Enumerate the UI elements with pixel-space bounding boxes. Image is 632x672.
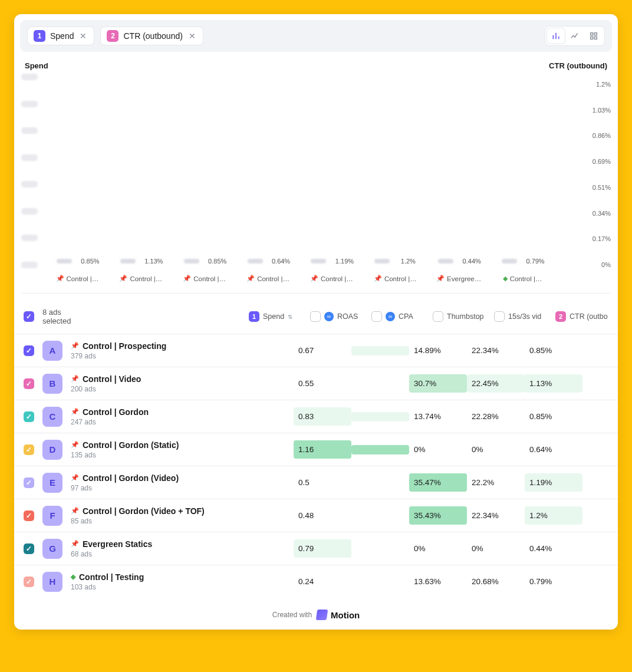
table-row[interactable]: A 📌 Control | Prospecting 379 ads 0.67 1… [14,334,618,367]
bar-value-label: 0.85% [81,258,99,265]
cell-value: 0.64% [525,440,582,459]
column-label: ROAS [337,312,358,321]
cell-value: 22.28% [467,407,525,426]
cell-value: 1.13% [525,374,582,393]
cell-blurred [236,445,294,454]
row-checkbox[interactable] [24,345,34,356]
pin-icon: 📌 [119,275,127,282]
bar-value-label: 1.2% [401,258,416,265]
view-line-button[interactable] [566,28,584,44]
cell-value: 22.45% [467,374,525,393]
cell-value: 0.85% [525,341,582,360]
svg-rect-0 [591,33,593,35]
table-row[interactable]: C 📌 Control | Gordon 247 ads 0.83 13.74%… [14,400,618,433]
table-row[interactable]: B 📌 Control | Video 200 ads 0.55 30.7% 2… [14,367,618,400]
row-subtext: 68 ads [71,550,236,558]
column-header-cpa[interactable]: ∞CPA [371,311,424,322]
view-grid-button[interactable] [585,28,603,44]
row-name: Control | Gordon (Static) [83,440,179,450]
cell-value: 0.83 [294,407,351,426]
column-label: CPA [399,312,413,321]
row-subtext: 247 ads [71,418,236,426]
cell-value: 35.43% [409,506,467,525]
row-checkbox[interactable] [24,411,34,422]
left-axis-title: Spend [25,61,48,70]
x-axis-label: 📌Control |… [173,275,236,282]
table-row[interactable]: G 📌 Evergreen Statics 68 ads 0.79 0% 0% … [14,532,618,565]
close-icon[interactable]: ✕ [187,31,197,41]
right-axis-tick: 1.03% [592,107,611,114]
cell-value: 22.34% [467,341,525,360]
cell-value: 0% [409,440,467,459]
row-letter: G [42,539,62,559]
column-toggle-checkbox[interactable] [310,311,321,322]
chart-plot: 0.85%1.13%0.85%0.64%1.19%1.2%0.44%0.79% … [45,74,582,280]
cell-blurred [236,577,294,587]
pin-icon: 📌 [56,275,64,282]
row-checkbox[interactable] [24,510,34,521]
column-label: Spend [263,312,284,321]
column-badge: 2 [555,311,566,322]
pin-icon: 📌 [71,375,79,383]
row-checkbox[interactable] [24,378,34,389]
row-checkbox[interactable] [24,577,34,587]
cell-value: 0.24 [294,572,351,591]
pin-icon: ◆ [503,275,508,282]
selected-count: 8 ads selected [42,308,81,325]
close-icon[interactable]: ✕ [78,31,88,41]
right-axis-tick: 1.2% [596,81,611,88]
cell-blurred [236,379,294,388]
row-subtext: 135 ads [71,451,236,459]
chip-label: Spend [50,31,74,41]
right-axis-tick: 0.51% [592,184,611,191]
right-axis-tick: 0% [601,261,611,268]
metric-chip[interactable]: 2 CTR (outbound) ✕ [100,27,203,45]
column-toggle-checkbox[interactable] [371,311,382,322]
row-name: Control | Gordon [83,407,149,417]
row-checkbox[interactable] [24,444,34,455]
column-header-roas[interactable]: ∞ROAS [310,311,363,322]
metric-chip[interactable]: 1 Spend ✕ [27,27,94,45]
cell-value: 0.55 [294,374,351,393]
right-axis-tick: 0.69% [592,158,611,165]
cell-blurred [351,478,409,487]
x-axis-label: 📌Control |… [45,275,109,282]
column-toggle-checkbox[interactable] [494,311,505,322]
chip-badge: 2 [107,30,119,42]
row-name-col: 📌 Control | Gordon 247 ads [71,407,236,426]
column-header-spend[interactable]: 1Spend⇅ [249,311,302,322]
svg-rect-1 [594,33,597,35]
right-axis-tick: 0.34% [592,210,611,217]
row-subtext: 200 ads [71,385,236,393]
cell-value: 20.68% [467,572,525,591]
column-header-ctr[interactable]: 2CTR (outbo [555,311,608,322]
row-name-col: ◆ Control | Testing 103 ads [71,572,236,591]
cell-value: 13.63% [409,572,467,591]
column-header-vids[interactable]: 15s/3s vid [494,311,547,322]
bar-value-label: 1.19% [335,258,354,265]
sort-icon[interactable]: ⇅ [288,314,292,320]
pin-icon: 📌 [71,507,79,515]
pin-icon: 📌 [71,342,79,350]
right-axis-tick: 0.86% [592,132,611,139]
select-all-checkbox[interactable] [24,311,34,322]
row-subtext: 379 ads [71,352,236,360]
cell-blurred [351,346,409,355]
table-row[interactable]: F 📌 Control | Gordon (Video + TOF) 85 ad… [14,499,618,532]
column-toggle-checkbox[interactable] [433,311,443,322]
column-label: 15s/3s vid [508,312,541,321]
view-switch [545,26,605,46]
table-row[interactable]: E 📌 Control | Gordon (Video) 97 ads 0.5 … [14,466,618,499]
row-checkbox[interactable] [24,543,34,554]
row-name: Control | Testing [79,572,144,582]
metric-toolbar: 1 Spend ✕2 CTR (outbound) ✕ [20,20,612,52]
table-header: 8 ads selected 1Spend⇅∞ROAS∞CPAThumbstop… [14,294,618,334]
table-row[interactable]: H ◆ Control | Testing 103 ads 0.24 13.63… [14,565,618,598]
pin-icon: 📌 [71,408,79,416]
pin-icon: 📌 [246,275,255,282]
table-row[interactable]: D 📌 Control | Gordon (Static) 135 ads 1.… [14,433,618,466]
view-bar-button[interactable] [547,28,565,44]
column-header-thumb[interactable]: Thumbstop [433,311,486,322]
cell-value: 0.5 [294,473,351,492]
row-checkbox[interactable] [24,477,34,488]
